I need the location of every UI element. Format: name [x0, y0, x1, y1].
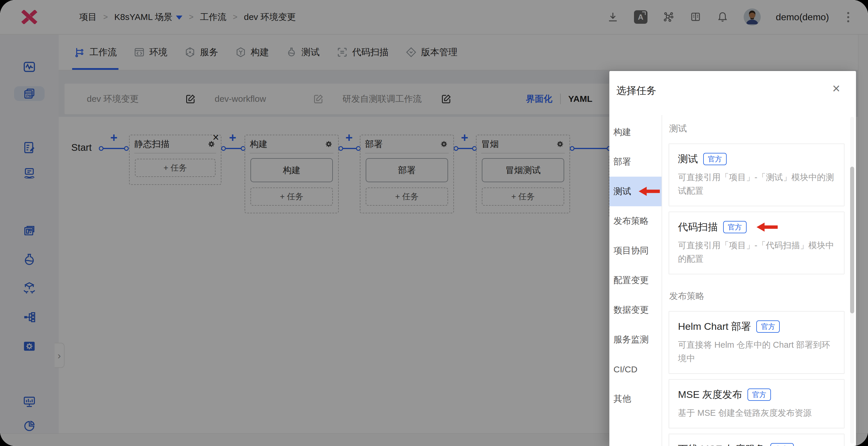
task-card-desc: 可直接引用「项目」-「测试」模块中的测试配置 — [678, 171, 835, 198]
section-label-test: 测试 — [669, 123, 846, 135]
task-card-list: 测试 测试 官方 可直接引用「项目」-「测试」模块中的测试配置 代码扫描 官方 … — [662, 115, 856, 446]
category-build[interactable]: 构建 — [609, 117, 661, 147]
task-card-title-row: 代码扫描 官方 — [678, 220, 835, 234]
task-card-title: 测试 — [678, 152, 698, 166]
task-card-title: MSE 灰度发布 — [678, 388, 742, 402]
drawer-title: 选择任务 — [616, 84, 656, 97]
category-service-monitor[interactable]: 服务监测 — [609, 325, 661, 354]
task-card-desc: 可直接引用「项目」-「代码扫描」模块中的配置 — [678, 239, 835, 266]
category-release-strategy[interactable]: 发布策略 — [609, 206, 661, 236]
drawer-body: 构建 部署 测试 发布策略 项目协同 配置变更 数据变更 服务监测 CI/CD … — [609, 115, 856, 446]
category-list: 构建 部署 测试 发布策略 项目协同 配置变更 数据变更 服务监测 CI/CD … — [609, 115, 662, 446]
official-badge: 官方 — [723, 221, 747, 233]
task-card-title-row: MSE 灰度发布 官方 — [678, 388, 835, 402]
drawer-scrollbar-thumb[interactable] — [850, 167, 854, 314]
category-other[interactable]: 其他 — [609, 384, 661, 414]
task-card-title: Helm Chart 部署 — [678, 320, 751, 333]
app-window: 项目 > K8sYAML 场景 > 工作流 > dev 环境变更 A — [0, 0, 868, 446]
task-card-desc: 基于 MSE 创建全链路灰度发布资源 — [678, 406, 835, 420]
close-icon[interactable]: × — [832, 82, 840, 95]
official-badge: 官方 — [703, 153, 727, 165]
category-cicd[interactable]: CI/CD — [609, 354, 661, 384]
task-card-code-scan[interactable]: 代码扫描 官方 可直接引用「项目」-「代码扫描」模块中的配置 — [669, 212, 844, 274]
task-card-mse-gray-offline[interactable]: 下线 MSE 灰度服务 官方 从环境中删除 MSE 指定灰度标签相关的资源 — [669, 434, 844, 446]
official-badge: 官方 — [770, 443, 794, 446]
annotation-arrow-icon — [756, 222, 778, 232]
task-card-desc: 可直接将 Helm 仓库中的 Chart 部署到环境中 — [678, 338, 835, 365]
official-badge: 官方 — [756, 320, 780, 333]
section-label-release-strategy: 发布策略 — [669, 290, 846, 302]
task-card-mse-gray-release[interactable]: MSE 灰度发布 官方 基于 MSE 创建全链路灰度发布资源 — [669, 379, 844, 428]
official-badge: 官方 — [747, 388, 771, 401]
task-picker-drawer: 选择任务 × 构建 部署 测试 发布策略 项目协同 配置变更 数据变更 服务监测… — [609, 71, 856, 446]
task-card-title-row: 下线 MSE 灰度服务 官方 — [678, 443, 835, 446]
task-card-test[interactable]: 测试 官方 可直接引用「项目」-「测试」模块中的测试配置 — [669, 144, 844, 206]
task-card-title-row: 测试 官方 — [678, 152, 835, 166]
task-card-title: 代码扫描 — [678, 220, 718, 234]
category-data-change[interactable]: 数据变更 — [609, 295, 661, 325]
task-card-title-row: Helm Chart 部署 官方 — [678, 320, 835, 333]
category-test[interactable]: 测试 — [609, 177, 661, 206]
task-card-helm-chart-deploy[interactable]: Helm Chart 部署 官方 可直接将 Helm 仓库中的 Chart 部署… — [669, 311, 844, 374]
category-project-collab[interactable]: 项目协同 — [609, 236, 661, 266]
category-config-change[interactable]: 配置变更 — [609, 266, 661, 295]
annotation-arrow-icon — [639, 186, 660, 196]
task-card-title: 下线 MSE 灰度服务 — [678, 443, 765, 446]
category-deploy[interactable]: 部署 — [609, 147, 661, 177]
